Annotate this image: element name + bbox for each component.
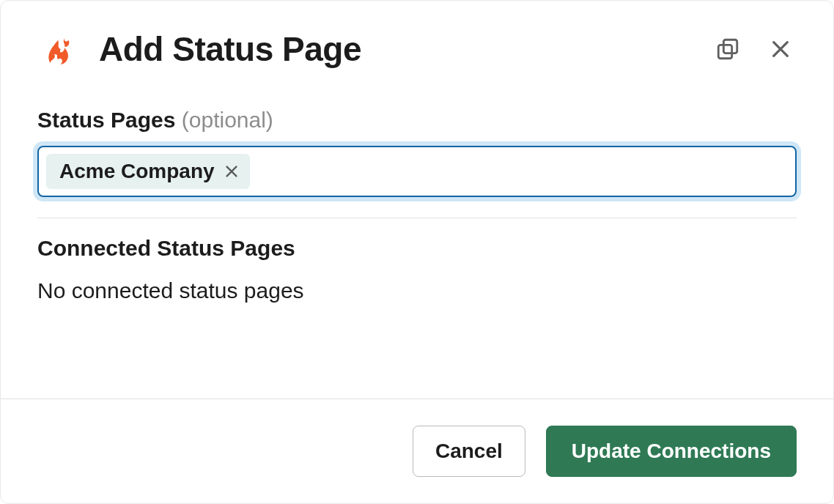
status-pages-label: Status Pages (optional) <box>37 108 797 133</box>
status-page-token-label: Acme Company <box>59 160 215 183</box>
status-pages-label-text: Status Pages <box>37 108 175 132</box>
status-pages-input[interactable]: Acme Company <box>37 146 797 197</box>
remove-token-icon[interactable] <box>224 163 240 179</box>
divider <box>37 218 797 218</box>
modal-footer: Cancel Update Connections <box>1 399 833 503</box>
modal-title: Add Status Page <box>99 29 361 69</box>
optional-hint: (optional) <box>182 108 273 132</box>
modal-header: Add Status Page <box>1 1 833 78</box>
svg-rect-0 <box>723 40 737 53</box>
header-actions <box>712 33 797 65</box>
add-status-page-modal: Add Status Page Status Pages (optional) … <box>0 0 834 504</box>
update-connections-button[interactable]: Update Connections <box>546 426 797 477</box>
status-page-token[interactable]: Acme Company <box>46 154 250 189</box>
cancel-button[interactable]: Cancel <box>413 426 525 477</box>
window-stack-icon[interactable] <box>712 33 744 65</box>
connected-empty-text: No connected status pages <box>37 278 797 303</box>
connected-heading: Connected Status Pages <box>37 236 797 261</box>
modal-body: Status Pages (optional) Acme Company Con… <box>1 78 833 399</box>
svg-rect-1 <box>718 45 731 58</box>
firehydrant-logo-icon <box>37 27 81 71</box>
close-icon[interactable] <box>764 33 797 65</box>
